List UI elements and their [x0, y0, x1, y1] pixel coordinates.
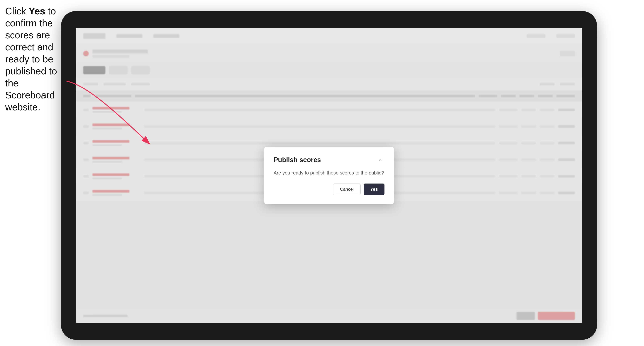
- tablet-screen: Publish scores × Are you ready to publis…: [76, 28, 582, 323]
- modal-body-text: Are you ready to publish these scores to…: [274, 170, 384, 176]
- modal-close-button[interactable]: ×: [376, 156, 384, 164]
- modal-header: Publish scores ×: [274, 156, 384, 164]
- yes-button[interactable]: Yes: [364, 183, 384, 195]
- instruction-text: Click Yes to confirm the scores are corr…: [5, 5, 59, 113]
- modal-title: Publish scores: [274, 156, 321, 164]
- cancel-button[interactable]: Cancel: [333, 183, 361, 195]
- tablet-frame: Publish scores × Are you ready to publis…: [61, 11, 597, 340]
- publish-scores-dialog: Publish scores × Are you ready to publis…: [264, 147, 394, 204]
- modal-overlay: Publish scores × Are you ready to publis…: [76, 28, 582, 323]
- modal-footer: Cancel Yes: [274, 183, 384, 195]
- yes-emphasis: Yes: [29, 6, 45, 16]
